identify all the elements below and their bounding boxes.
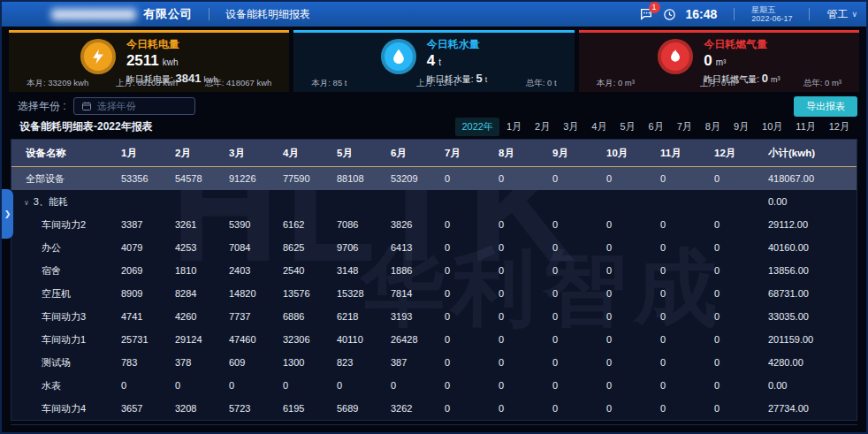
month-value: 4079 — [116, 242, 170, 253]
month-value: 1300 — [278, 357, 331, 368]
card-year-stat: 总年: 0 t — [526, 78, 557, 89]
month-value: 5723 — [224, 403, 278, 414]
month-value: 4741 — [116, 311, 170, 322]
month-value: 0 — [547, 357, 601, 368]
table-row[interactable]: 测试场78337860913008233870000004280.00 — [11, 351, 857, 374]
month-value: 3657 — [116, 403, 170, 414]
month-value: 0 — [709, 173, 763, 184]
table-row[interactable]: 水表0000000000000.00 — [11, 374, 857, 397]
month-value: 0 — [493, 173, 547, 184]
tab-2022年[interactable]: 2022年 — [455, 118, 499, 136]
month-value: 6413 — [385, 242, 439, 253]
month-value: 53209 — [385, 173, 439, 184]
tab-1月[interactable]: 1月 — [500, 118, 528, 136]
table-row[interactable]: 车间动力233873261539061627086382600000029112… — [11, 213, 857, 236]
month-value: 0 — [493, 288, 547, 299]
table-row[interactable]: 办公40794253708486259706641300000040160.00 — [11, 236, 857, 259]
month-value: 0 — [709, 311, 763, 322]
month-value: 9706 — [331, 242, 385, 253]
tab-11月[interactable]: 11月 — [789, 118, 821, 136]
month-value: 0 — [439, 242, 493, 253]
export-report-button[interactable]: 导出报表 — [794, 96, 857, 117]
table-row[interactable]: 车间动力436573208572361955689326200000027734… — [11, 397, 857, 420]
column-header: 8月 — [493, 147, 547, 160]
year-select-placeholder: 选择年份 — [97, 100, 136, 113]
tab-3月[interactable]: 3月 — [557, 118, 584, 136]
card-today-value: 4t — [427, 53, 487, 71]
water-drop-icon — [381, 39, 416, 74]
month-value: 88108 — [331, 173, 385, 184]
month-value: 3148 — [331, 265, 385, 276]
month-value: 13576 — [278, 288, 331, 299]
tab-10月[interactable]: 10月 — [756, 118, 788, 136]
tab-6月[interactable]: 6月 — [643, 118, 670, 136]
month-value: 8284 — [170, 288, 224, 299]
month-value: 0 — [601, 265, 655, 276]
year-select-label: 选择年份 : — [18, 99, 66, 114]
device-name: 车间动力2 — [11, 218, 116, 232]
month-value: 0 — [439, 173, 493, 184]
column-header: 9月 — [547, 147, 601, 160]
table-row[interactable]: 车间动力347414260773768866218319300000033035… — [11, 305, 857, 328]
month-value: 15328 — [331, 288, 385, 299]
tab-4月[interactable]: 4月 — [585, 118, 613, 136]
month-tabs: 2022年1月2月3月4月5月6月7月8月9月10月11月12月 — [455, 118, 856, 136]
month-value: 0 — [655, 357, 709, 368]
table-row[interactable]: 空压机8909828414820135761532878140000006873… — [11, 282, 857, 305]
calendar-icon — [81, 101, 92, 111]
month-value: 2540 — [278, 265, 331, 276]
column-header: 12月 — [709, 147, 763, 160]
month-value: 0 — [709, 265, 763, 276]
month-value: 0 — [709, 334, 763, 345]
month-value: 609 — [224, 357, 278, 368]
card-footer: 本月: 33209 kwh上月: 88108 kwh总年: 418067 kwh — [9, 78, 289, 89]
subtotal-value: 4280.00 — [763, 357, 857, 368]
message-icon[interactable]: 1 — [638, 6, 654, 22]
month-value: 26428 — [385, 334, 439, 345]
month-value: 0 — [601, 242, 655, 253]
device-name: 空压机 — [11, 287, 116, 301]
tab-8月[interactable]: 8月 — [699, 118, 727, 136]
month-value: 6218 — [331, 311, 385, 322]
year-select-input[interactable]: 选择年份 — [73, 97, 195, 115]
device-name[interactable]: ∨3、能耗 — [11, 195, 116, 209]
table-row[interactable]: 车间动力125731291244746032306401102642800000… — [11, 328, 857, 351]
subtotal-value: 40160.00 — [763, 242, 857, 253]
month-value: 0 — [655, 288, 709, 299]
tab-12月[interactable]: 12月 — [823, 118, 856, 136]
tab-device-energy-report[interactable]: 设备能耗明细报表 — [225, 7, 310, 22]
sidebar-expand-handle[interactable]: ❯ — [2, 189, 13, 239]
card-lastmonth-stat: 上月: 0 m³ — [700, 78, 738, 89]
column-header: 设备名称 — [11, 147, 116, 160]
month-value: 7737 — [224, 311, 278, 322]
table-row[interactable]: ∨3、能耗0.00 — [11, 190, 857, 213]
month-value: 0 — [170, 380, 224, 391]
tab-5月[interactable]: 5月 — [613, 118, 641, 136]
month-value: 0 — [601, 403, 655, 414]
chevron-down-icon: ∨ — [851, 10, 857, 19]
month-value: 53356 — [116, 173, 170, 184]
month-value: 0 — [493, 242, 547, 253]
collapse-caret-icon[interactable]: ∨ — [24, 199, 29, 207]
tab-2月[interactable]: 2月 — [529, 118, 556, 136]
table-row[interactable]: 全部设备533565457891226775908810853209000000… — [11, 167, 857, 190]
month-value: 0 — [439, 357, 493, 368]
card-footer: 本月: 0 m³上月: 0 m³总年: 0 m³ — [579, 78, 859, 89]
month-value: 3387 — [116, 219, 170, 230]
month-value: 0 — [655, 311, 709, 322]
month-value: 0 — [601, 219, 655, 230]
month-value: 47460 — [224, 334, 278, 345]
month-value: 823 — [331, 357, 385, 368]
month-value: 5390 — [224, 219, 278, 230]
subtotal-value: 0.00 — [763, 196, 857, 207]
tab-7月[interactable]: 7月 — [671, 118, 698, 136]
month-value: 3826 — [385, 219, 439, 230]
user-menu[interactable]: 管工 ∨ — [826, 7, 857, 22]
tab-9月[interactable]: 9月 — [727, 118, 755, 136]
table-row[interactable]: 宿舍20691810240325403148188600000013856.00 — [11, 259, 857, 282]
month-value: 7084 — [224, 242, 278, 253]
card-today-value: 2511kwh — [126, 53, 218, 71]
month-value: 0 — [493, 265, 547, 276]
date-block: 星期五 2022-06-17 — [751, 5, 792, 23]
month-value: 0 — [439, 288, 493, 299]
